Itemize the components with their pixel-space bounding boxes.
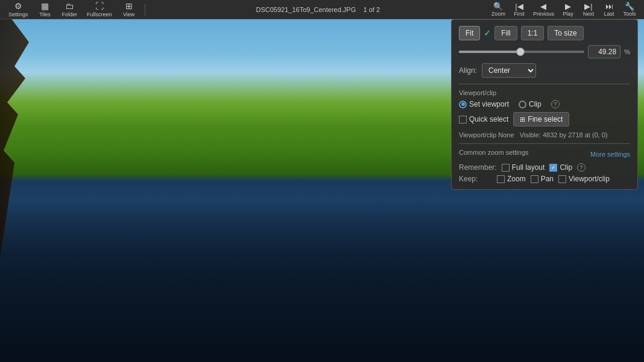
next-icon: ▶| — [584, 2, 592, 11]
last-icon: ⏭ — [605, 2, 613, 11]
viewport-help-icon[interactable]: ? — [551, 100, 560, 108]
zoom-slider-track — [459, 51, 584, 53]
tools-button[interactable]: 🔧 Tools — [620, 1, 639, 18]
select-buttons-row: Quick select ⊞ Fine select — [459, 112, 630, 126]
common-zoom-label: Common zoom settings — [459, 149, 529, 156]
viewport-clip-keep-checkbox[interactable]: Viewport/clip — [558, 175, 610, 183]
to-size-button[interactable]: To size — [548, 26, 583, 40]
main-toolbar: ⚙ Settings ▦ Tiles 🗀 Folder ⛶ Fullscreen… — [0, 0, 644, 19]
divider-2 — [459, 143, 630, 144]
clip-remember-checkbox[interactable]: Clip — [549, 163, 572, 172]
viewport-clip-keep-label: Viewport/clip — [569, 175, 610, 183]
more-settings-link[interactable]: More settings — [590, 151, 630, 158]
zoom-value-input[interactable] — [588, 45, 620, 58]
percent-label: % — [624, 48, 630, 55]
fullscreen-button[interactable]: ⛶ Fullscreen — [83, 0, 116, 19]
remember-row: Remember: Full layout Clip ? — [459, 163, 630, 172]
viewport-section-label: Viewport/clip — [459, 89, 630, 96]
clip-remember-box — [549, 164, 557, 172]
zoom-slider-fill — [459, 51, 520, 53]
clip-radio-circle — [519, 101, 526, 108]
align-label: Align: — [459, 66, 477, 75]
common-zoom-header: Common zoom settings More settings — [459, 149, 630, 160]
align-row: Align: Center Left Right — [459, 63, 630, 78]
align-select[interactable]: Center Left Right — [482, 63, 536, 78]
remember-label: Remember: — [459, 163, 497, 172]
keep-row: Keep: Zoom Pan Viewport/clip — [459, 175, 630, 183]
quick-select-box — [459, 116, 467, 123]
keep-label: Keep: — [459, 175, 492, 183]
viewport-radio-row: Set viewport Clip ? — [459, 100, 630, 108]
zoom-preset-row: Fit ✓ Fill 1:1 To size — [459, 26, 630, 40]
pan-checkbox[interactable]: Pan — [531, 175, 554, 183]
last-button[interactable]: ⏭ Last — [599, 1, 619, 18]
set-viewport-radio[interactable]: Set viewport — [459, 100, 509, 108]
zoom-tool-button[interactable]: 🔍 Zoom — [488, 1, 508, 18]
fill-button[interactable]: Fill — [494, 26, 517, 40]
grid-icon: ⊞ — [520, 116, 525, 123]
zoom-keep-checkbox[interactable]: Zoom — [497, 175, 526, 183]
zoom-slider-container[interactable] — [459, 46, 584, 57]
zoom-keep-label: Zoom — [507, 175, 526, 183]
first-icon: |◀ — [515, 2, 523, 11]
zoom-slider-thumb[interactable] — [516, 48, 525, 56]
settings-icon: ⚙ — [14, 1, 22, 11]
remember-help-icon[interactable]: ? — [577, 163, 586, 172]
full-layout-checkbox[interactable]: Full layout — [502, 163, 545, 172]
folder-icon: 🗀 — [65, 1, 74, 11]
toolbar-right: 🔍 Zoom |◀ First ◀ Previous ▶ Play ▶| Nex… — [488, 1, 639, 18]
viewport-info: Viewport/clip None Visible: 4832 by 2718… — [459, 131, 630, 139]
full-layout-label: Full layout — [512, 163, 545, 172]
viewport-clip-keep-box — [558, 175, 566, 183]
filename-display: DSC05921_16To9_Centered.JPG 1 of 2 — [150, 6, 486, 13]
tiles-button[interactable]: ▦ Tiles — [34, 0, 56, 19]
clip-remember-label: Clip — [560, 163, 572, 172]
view-button[interactable]: ⊞ View — [118, 0, 140, 19]
divider-1 — [459, 84, 630, 84]
fullscreen-icon: ⛶ — [95, 1, 104, 11]
fine-select-button[interactable]: ⊞ Fine select — [513, 112, 569, 126]
view-icon: ⊞ — [125, 1, 133, 11]
folder-button[interactable]: 🗀 Folder — [58, 0, 81, 19]
set-viewport-label: Set viewport — [469, 100, 509, 108]
toolbar-separator — [145, 4, 145, 16]
play-button[interactable]: ▶ Play — [558, 1, 578, 18]
settings-button[interactable]: ⚙ Settings — [5, 0, 32, 19]
full-layout-box — [502, 164, 510, 172]
tiles-icon: ▦ — [41, 1, 49, 11]
quick-select-label: Quick select — [469, 115, 508, 123]
clip-radio[interactable]: Clip — [519, 100, 541, 108]
one-to-one-button[interactable]: 1:1 — [521, 26, 545, 40]
tools-icon: 🔧 — [625, 2, 634, 11]
zoom-panel: Fit ✓ Fill 1:1 To size % Align: Center L… — [451, 19, 638, 190]
pan-label: Pan — [541, 175, 554, 183]
pan-box — [531, 175, 538, 183]
first-button[interactable]: |◀ First — [510, 1, 529, 18]
zoom-keep-box — [497, 175, 505, 183]
fit-button[interactable]: Fit — [459, 26, 480, 40]
zoom-tool-icon: 🔍 — [493, 2, 503, 11]
next-button[interactable]: ▶| Next — [579, 1, 598, 18]
zoom-slider-row: % — [459, 45, 630, 58]
set-viewport-radio-circle — [459, 101, 467, 108]
play-icon: ▶ — [565, 2, 571, 11]
quick-select-checkbox[interactable]: Quick select — [459, 112, 508, 126]
fit-check-icon: ✓ — [484, 28, 491, 38]
previous-icon: ◀ — [540, 2, 546, 11]
clip-radio-label: Clip — [529, 100, 541, 108]
previous-button[interactable]: ◀ Previous — [530, 1, 557, 18]
